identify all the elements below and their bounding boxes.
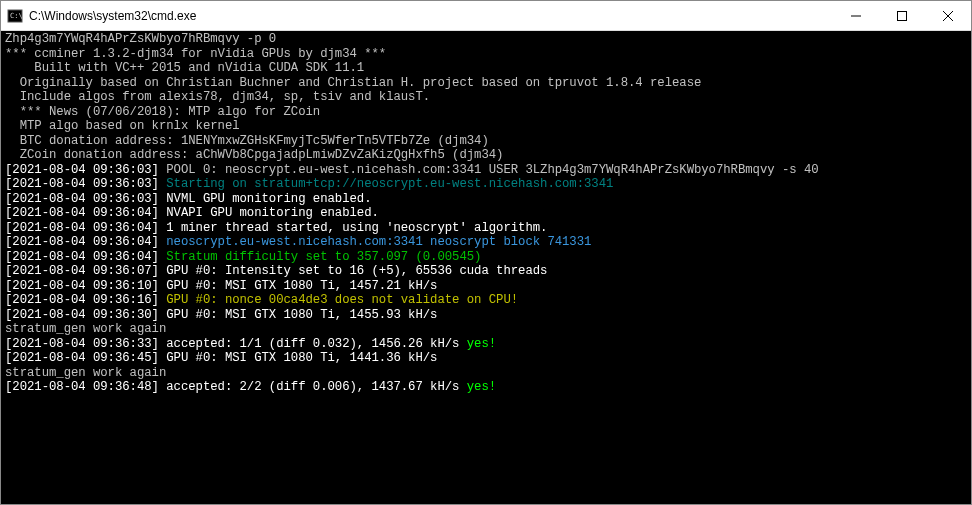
terminal-text: [2021-08-04 09:36:07] GPU #0: Intensity … — [5, 264, 547, 278]
terminal-text: [2021-08-04 09:36:03] — [5, 177, 166, 191]
terminal-text: stratum_gen work again — [5, 366, 166, 380]
terminal-line: [2021-08-04 09:36:45] GPU #0: MSI GTX 10… — [5, 351, 967, 366]
terminal-text: Stratum difficulty set to 357.097 (0.005… — [166, 250, 481, 264]
terminal-line: Originally based on Christian Buchner an… — [5, 76, 967, 91]
terminal-output[interactable]: Zhp4g3m7YWqR4hAPrZsKWbyo7hRBmqvy -p 0***… — [1, 31, 971, 504]
terminal-line: Zhp4g3m7YWqR4hAPrZsKWbyo7hRBmqvy -p 0 — [5, 32, 967, 47]
terminal-line: [2021-08-04 09:36:03] NVML GPU monitorin… — [5, 192, 967, 207]
terminal-line: Include algos from alexis78, djm34, sp, … — [5, 90, 967, 105]
terminal-text: [2021-08-04 09:36:04] NVAPI GPU monitori… — [5, 206, 379, 220]
terminal-line: [2021-08-04 09:36:33] accepted: 1/1 (dif… — [5, 337, 967, 352]
terminal-line: [2021-08-04 09:36:07] GPU #0: Intensity … — [5, 264, 967, 279]
terminal-line: [2021-08-04 09:36:04] 1 miner thread sta… — [5, 221, 967, 236]
window-buttons — [833, 1, 971, 30]
terminal-text: [2021-08-04 09:36:30] GPU #0: MSI GTX 10… — [5, 308, 437, 322]
terminal-line: [2021-08-04 09:36:04] NVAPI GPU monitori… — [5, 206, 967, 221]
terminal-line: BTC donation address: 1NENYmxwZGHsKFmyjT… — [5, 134, 967, 149]
terminal-text: [2021-08-04 09:36:33] accepted: 1/1 (dif… — [5, 337, 467, 351]
close-button[interactable] — [925, 1, 971, 31]
terminal-line: *** ccminer 1.3.2-djm34 for nVidia GPUs … — [5, 47, 967, 62]
terminal-line: [2021-08-04 09:36:48] accepted: 2/2 (dif… — [5, 380, 967, 395]
terminal-line: [2021-08-04 09:36:04] Stratum difficulty… — [5, 250, 967, 265]
cmd-window: C:\ C:\Windows\system32\cmd.exe Zhp4g3m7… — [0, 0, 972, 505]
terminal-text: [2021-08-04 09:36:16] — [5, 293, 166, 307]
terminal-text: Built with VC++ 2015 and nVidia CUDA SDK… — [5, 61, 364, 75]
terminal-line: [2021-08-04 09:36:03] POOL 0: neoscrypt.… — [5, 163, 967, 178]
window-title: C:\Windows\system32\cmd.exe — [29, 9, 833, 23]
terminal-text: [2021-08-04 09:36:45] GPU #0: MSI GTX 10… — [5, 351, 437, 365]
terminal-text: [2021-08-04 09:36:03] NVML GPU monitorin… — [5, 192, 371, 206]
terminal-text: [2021-08-04 09:36:48] accepted: 2/2 (dif… — [5, 380, 467, 394]
terminal-text: Originally based on Christian Buchner an… — [5, 76, 701, 90]
terminal-text: yes! — [467, 380, 496, 394]
minimize-button[interactable] — [833, 1, 879, 31]
terminal-line: [2021-08-04 09:36:03] Starting on stratu… — [5, 177, 967, 192]
terminal-text: neoscrypt.eu-west.nicehash.com:3341 neos… — [166, 235, 591, 249]
terminal-line: [2021-08-04 09:36:30] GPU #0: MSI GTX 10… — [5, 308, 967, 323]
svg-rect-3 — [898, 12, 907, 21]
terminal-text: MTP algo based on krnlx kernel — [5, 119, 240, 133]
terminal-text: [2021-08-04 09:36:04] — [5, 235, 166, 249]
titlebar[interactable]: C:\ C:\Windows\system32\cmd.exe — [1, 1, 971, 31]
terminal-text: *** News (07/06/2018): MTP algo for ZCoi… — [5, 105, 320, 119]
terminal-text: Include algos from alexis78, djm34, sp, … — [5, 90, 430, 104]
terminal-line: [2021-08-04 09:36:04] neoscrypt.eu-west.… — [5, 235, 967, 250]
terminal-text: BTC donation address: 1NENYmxwZGHsKFmyjT… — [5, 134, 489, 148]
terminal-text: POOL 0: neoscrypt.eu-west.nicehash.com:3… — [166, 163, 818, 177]
terminal-line: [2021-08-04 09:36:16] GPU #0: nonce 00ca… — [5, 293, 967, 308]
cmd-icon: C:\ — [7, 8, 23, 24]
terminal-line: Built with VC++ 2015 and nVidia CUDA SDK… — [5, 61, 967, 76]
terminal-text: GPU #0: nonce 00ca4de3 does not validate… — [166, 293, 518, 307]
maximize-button[interactable] — [879, 1, 925, 31]
terminal-text: Zhp4g3m7YWqR4hAPrZsKWbyo7hRBmqvy -p 0 — [5, 32, 276, 46]
terminal-text: stratum_gen work again — [5, 322, 166, 336]
terminal-text: [2021-08-04 09:36:04] 1 miner thread sta… — [5, 221, 547, 235]
terminal-text: [2021-08-04 09:36:10] GPU #0: MSI GTX 10… — [5, 279, 437, 293]
svg-text:C:\: C:\ — [10, 12, 23, 20]
terminal-text: Starting on stratum+tcp://neoscrypt.eu-w… — [166, 177, 613, 191]
terminal-text: ZCoin donation address: aChWVb8CpgajadpL… — [5, 148, 503, 162]
terminal-line: stratum_gen work again — [5, 366, 967, 381]
terminal-text: yes! — [467, 337, 496, 351]
terminal-text: [2021-08-04 09:36:03] — [5, 163, 166, 177]
terminal-line: ZCoin donation address: aChWVb8CpgajadpL… — [5, 148, 967, 163]
terminal-line: [2021-08-04 09:36:10] GPU #0: MSI GTX 10… — [5, 279, 967, 294]
terminal-line: MTP algo based on krnlx kernel — [5, 119, 967, 134]
terminal-line: *** News (07/06/2018): MTP algo for ZCoi… — [5, 105, 967, 120]
terminal-text: *** ccminer 1.3.2-djm34 for nVidia GPUs … — [5, 47, 386, 61]
terminal-line: stratum_gen work again — [5, 322, 967, 337]
terminal-text: [2021-08-04 09:36:04] — [5, 250, 166, 264]
